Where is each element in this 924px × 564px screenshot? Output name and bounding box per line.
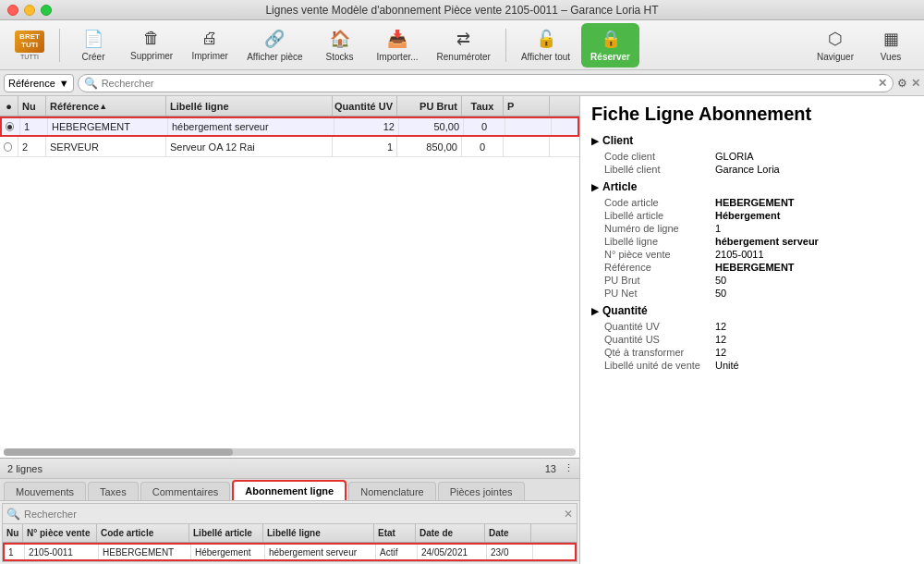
- detail-row-libelle-unite: Libellé unité de vente Unité: [591, 360, 913, 371]
- sub-td-date2: 23/0: [487, 545, 533, 559]
- filter-icon[interactable]: ⚙: [897, 77, 907, 90]
- naviguer-button[interactable]: ⬡ Naviguer: [809, 23, 861, 67]
- sub-th-libart[interactable]: Libellé article: [189, 524, 263, 542]
- tab-taxes[interactable]: Taxes: [88, 482, 139, 500]
- td-reference: SERVEUR: [46, 137, 166, 156]
- sub-search-input[interactable]: [24, 509, 560, 520]
- search-container: 🔍 ✕: [78, 74, 894, 92]
- label-pu-net: PU Net: [604, 288, 715, 299]
- tab-commentaires[interactable]: Commentaires: [140, 482, 231, 500]
- detail-row-piece-vente: N° pièce vente 2105-0011: [591, 249, 913, 260]
- section-header-quantite[interactable]: ▶ Quantité: [591, 304, 913, 317]
- detail-row-pu-net: PU Net 50: [591, 288, 913, 299]
- importer-icon: 📥: [387, 29, 407, 49]
- minimize-button[interactable]: [24, 5, 35, 16]
- search-input[interactable]: [102, 78, 874, 89]
- th-taux[interactable]: Taux: [462, 96, 504, 116]
- value-qty-transformer: 12: [715, 347, 726, 358]
- value-piece-vente: 2105-0011: [715, 249, 764, 260]
- sub-th-nu: Nu: [3, 524, 23, 542]
- section-header-article[interactable]: ▶ Article: [591, 180, 913, 193]
- sub-td-etat: Actif: [376, 545, 418, 559]
- vues-button[interactable]: ▦ Vues: [865, 23, 917, 67]
- td-num: 1: [20, 118, 48, 135]
- supprimer-button[interactable]: 🗑 Supprimer: [123, 23, 180, 67]
- stocks-icon: 🏠: [330, 29, 350, 49]
- sub-search-icon: 🔍: [6, 508, 20, 521]
- afficher-piece-label: Afficher pièce: [247, 52, 302, 62]
- detail-title: Fiche Ligne Abonnement: [591, 104, 913, 125]
- detail-row-libelle-article: Libellé article Hébergement: [591, 210, 913, 221]
- tab-abonnement[interactable]: Abonnement ligne: [232, 480, 346, 500]
- creer-icon: 📄: [83, 29, 103, 49]
- th-reference[interactable]: Référence: [46, 96, 166, 116]
- label-qty-transformer: Qté à transformer: [604, 347, 715, 358]
- sub-th-liblig[interactable]: Libellé ligne: [263, 524, 374, 542]
- imprimer-icon: 🖨: [201, 29, 218, 48]
- sub-search-bar: 🔍 ✕: [3, 504, 577, 524]
- scrollbar-thumb: [4, 448, 233, 456]
- th-libelle[interactable]: Libellé ligne: [166, 96, 333, 116]
- value-code-article: HEBERGEMENT: [715, 197, 795, 208]
- td-libelle: Serveur OA 12 Rai: [166, 137, 333, 156]
- section-header-client[interactable]: ▶ Client: [591, 134, 913, 147]
- table-row[interactable]: 2 SERVEUR Serveur OA 12 Rai 1 850,00 0: [0, 137, 579, 157]
- imprimer-button[interactable]: 🖨 Imprimer: [184, 23, 236, 67]
- right-panel: Fiche Ligne Abonnement ▶ Client Code cli…: [580, 96, 924, 564]
- naviguer-label: Naviguer: [817, 52, 854, 62]
- creer-button[interactable]: 📄 Créer: [67, 23, 119, 67]
- sub-th-date1[interactable]: Date de: [416, 524, 485, 542]
- tab-pieces[interactable]: Pièces jointes: [438, 482, 525, 500]
- sub-table-row[interactable]: 1 2105-0011 HEBERGEMENT Hébergement hébe…: [3, 543, 577, 561]
- afficher-piece-button[interactable]: 🔗 Afficher pièce: [239, 23, 310, 67]
- value-pu-brut: 50: [715, 275, 726, 286]
- reserver-icon: 🔒: [601, 29, 621, 49]
- reserver-button[interactable]: 🔒 Réserver: [581, 23, 639, 67]
- renumoter-button[interactable]: ⇄ Renuméroter: [430, 23, 498, 67]
- sub-td-piece: 2105-0011: [25, 545, 99, 559]
- label-libelle-ligne: Libellé ligne: [604, 236, 715, 247]
- window-title: Lignes vente Modèle d'abonnement Pièce v…: [265, 4, 658, 17]
- th-pu[interactable]: PU Brut: [397, 96, 462, 116]
- importer-label: Importer...: [377, 52, 419, 62]
- sub-th-date2[interactable]: Date: [485, 524, 531, 542]
- sub-th-etat[interactable]: Etat: [374, 524, 416, 542]
- clear-search-button[interactable]: ✕: [878, 77, 887, 90]
- importer-button[interactable]: 📥 Importer...: [370, 23, 426, 67]
- table-body: 1 HEBERGEMENT hébergement serveur 12 50,…: [0, 116, 579, 447]
- supprimer-label: Supprimer: [130, 51, 173, 61]
- value-code-client: GLORIA: [715, 151, 754, 162]
- table-row[interactable]: 1 HEBERGEMENT hébergement serveur 12 50,…: [0, 116, 579, 137]
- th-qty[interactable]: Quantité UV: [333, 96, 397, 116]
- label-pu-brut: PU Brut: [604, 275, 715, 286]
- sub-table-header: Nu N° pièce vente Code article Libellé a…: [3, 524, 577, 543]
- th-extra[interactable]: P: [504, 96, 550, 116]
- close-search-button[interactable]: ✕: [911, 77, 920, 90]
- sub-close-button[interactable]: ✕: [564, 508, 573, 521]
- reserver-label: Réserver: [590, 52, 630, 62]
- tabs-row: Mouvements Taxes Commentaires Abonnement…: [0, 479, 579, 501]
- td-qty: 1: [333, 137, 397, 156]
- value-num-ligne: 1: [715, 223, 721, 234]
- sub-th-code[interactable]: Code article: [97, 524, 189, 542]
- value-libelle-client: Garance Loria: [715, 164, 780, 175]
- maximize-button[interactable]: [41, 5, 52, 16]
- detail-row-qty-transformer: Qté à transformer 12: [591, 347, 913, 358]
- bottom-panel: Mouvements Taxes Commentaires Abonnement…: [0, 478, 579, 564]
- stocks-button[interactable]: 🏠 Stocks: [314, 23, 366, 67]
- h-scrollbar[interactable]: [4, 448, 576, 456]
- close-button[interactable]: [7, 5, 18, 16]
- afficher-tout-button[interactable]: 🔓 Afficher tout: [514, 23, 578, 67]
- stocks-label: Stocks: [326, 52, 354, 62]
- triangle-icon: ▶: [591, 136, 599, 146]
- detail-row-pu-brut: PU Brut 50: [591, 275, 913, 286]
- table-footer: 2 lignes 13 ⋮: [0, 458, 579, 478]
- label-code-client: Code client: [604, 151, 715, 162]
- tab-nomenclature[interactable]: Nomenclature: [348, 482, 435, 500]
- footer-lignes: 2 lignes: [0, 463, 545, 474]
- renumoter-icon: ⇄: [456, 29, 470, 49]
- naviguer-icon: ⬡: [828, 29, 843, 49]
- search-dropdown[interactable]: Référence ▼: [4, 74, 74, 92]
- sub-th-piece[interactable]: N° pièce vente: [23, 524, 97, 542]
- tab-mouvements[interactable]: Mouvements: [4, 482, 86, 500]
